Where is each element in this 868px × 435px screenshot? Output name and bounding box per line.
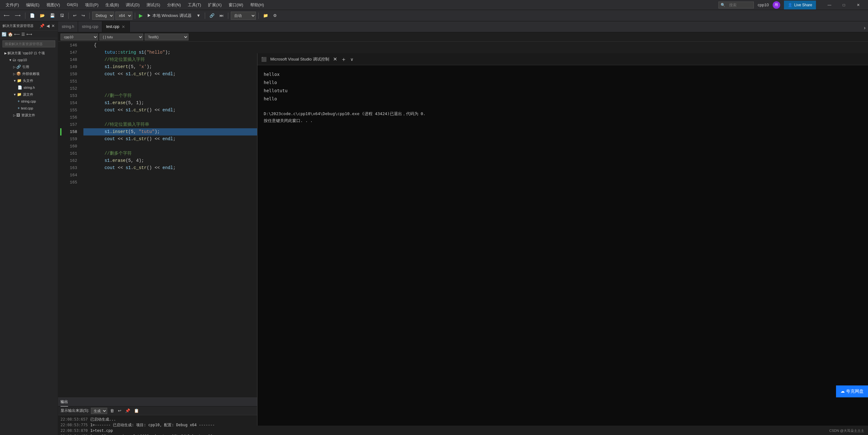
code-text: () << (147, 135, 162, 143)
menu-debug[interactable]: 调试(D) (123, 2, 143, 8)
sidebar-close-btn[interactable]: ✕ (51, 23, 55, 29)
tab-scroll-right[interactable]: › (861, 24, 868, 32)
menu-extensions[interactable]: 扩展(X) (205, 2, 224, 8)
tab-string-h[interactable]: string.h (58, 21, 78, 32)
line-num-146: 146 (64, 42, 77, 49)
run-button[interactable]: ▶ (138, 12, 144, 19)
tree-item-resources[interactable]: ▷ 🖼 资源文件 (0, 112, 58, 119)
menu-project[interactable]: 项目(P) (82, 2, 102, 8)
sidebar-sync-btn[interactable]: ⟷ (26, 32, 33, 37)
tree-item-sources[interactable]: ▼ 📁 源文件 (0, 91, 58, 98)
debug-chevron-button[interactable]: ∨ (350, 57, 353, 62)
symbol-select[interactable]: { } tutu (99, 34, 143, 40)
tab-test-cpp[interactable]: test.cpp ✕ (102, 21, 130, 32)
run-arrow[interactable]: ▼ (195, 11, 203, 20)
output-source-select[interactable]: 生成 (91, 408, 107, 414)
menu-view[interactable]: 视图(V) (43, 2, 63, 8)
menu-build[interactable]: 生成(B) (102, 2, 122, 8)
output-copy-btn[interactable]: 📋 (133, 408, 140, 413)
debug-add-button[interactable]: ＋ (341, 56, 346, 63)
output-clear-btn[interactable]: 🗑 (109, 408, 115, 413)
line-num-165: 165 (64, 179, 77, 186)
tree-item-references[interactable]: ▷ 🔗 引用 (0, 63, 58, 70)
chevron-icon: ▷ (13, 114, 16, 117)
menu-tools[interactable]: 工具(T) (185, 2, 205, 8)
toolbar-forward[interactable]: ⟶ (13, 11, 23, 20)
title-bar: 文件(F) 编辑(E) 视图(V) Git(G) 项目(P) 生成(B) 调试(… (0, 0, 868, 10)
menu-test[interactable]: 测试(S) (143, 2, 163, 8)
sidebar-search-input[interactable] (2, 40, 55, 48)
toolbar-sep-1 (25, 12, 25, 19)
toolbar-new[interactable]: 📄 (28, 11, 37, 20)
search-icon: 🔍 (721, 3, 725, 7)
auto-select[interactable]: 自动 (231, 11, 256, 20)
folder-icon: 📁 (17, 79, 22, 83)
code-text: . (131, 164, 133, 172)
toolbar-save-all[interactable]: 🖫 (58, 11, 66, 20)
tree-item-test-cpp[interactable]: + test.cpp (0, 105, 58, 112)
menu-file[interactable]: 文件(F) (2, 2, 22, 8)
sidebar-refresh-btn[interactable]: 🔄 (1, 32, 7, 37)
tree-item-string-h[interactable]: 📄 string.h (0, 84, 58, 91)
toolbar-open[interactable]: 📂 (38, 11, 47, 20)
toolbar-step-over[interactable]: ⏭ (218, 11, 225, 20)
function-select[interactable]: Test8() (145, 34, 188, 40)
menu-analyze[interactable]: 分析(N) (164, 2, 184, 8)
toolbar-gear[interactable]: ⚙ (271, 11, 279, 20)
line-num-151: 151 (64, 78, 77, 85)
sidebar-arrow-btn[interactable]: ◀ (46, 23, 50, 29)
tree-item-cpp10[interactable]: ▼ 🗂 cpp10 (0, 57, 58, 63)
toolbar: ⟵ ⟶ 📄 📂 💾 🖫 ↩ ↪ Debug x64 ▶ ▶ 本地 Windows… (0, 10, 868, 21)
toolbar-save[interactable]: 💾 (48, 11, 57, 20)
avatar[interactable]: 用 (773, 1, 780, 9)
line-num-163: 163 (64, 164, 77, 172)
toolbar-redo[interactable]: ↪ (80, 11, 87, 20)
menu-git[interactable]: Git(G) (64, 2, 81, 8)
tree-item-string-cpp[interactable]: + string.cpp (0, 98, 58, 105)
sidebar-list-btn[interactable]: ☰ (21, 32, 25, 37)
tree-item-label: string.h (24, 86, 35, 89)
output-pin-btn[interactable]: 📌 (124, 408, 131, 413)
gutter-line-154 (58, 99, 64, 106)
output-wrap-btn[interactable]: ↩ (117, 408, 122, 413)
menu-edit[interactable]: 编辑(E) (23, 2, 43, 8)
code-var: endl (162, 164, 173, 172)
run-label-btn[interactable]: ▶ 本地 Windows 调试器 (145, 11, 193, 20)
close-button[interactable]: ✕ (851, 0, 866, 10)
maximize-button[interactable]: □ (837, 0, 851, 10)
code-text (84, 157, 104, 164)
code-text (84, 135, 104, 143)
window-controls: — □ ✕ (822, 0, 866, 10)
output-log-2: 22:08:53:870 1>test.cpp (61, 428, 866, 433)
csdn-watermark: CSDN @大耳朵土土土 (830, 428, 864, 433)
code-text: . (131, 106, 133, 114)
tree-item-headers[interactable]: ▼ 📁 头文件 (0, 77, 58, 84)
debug-output-hello1: hello (264, 79, 862, 87)
live-share-button[interactable]: 👤 Live Share (784, 1, 816, 9)
tree-item-solution[interactable]: ▶ 解决方案 'cpp10' (1 个项 (0, 50, 58, 57)
tab-string-cpp[interactable]: string.cpp (78, 21, 102, 32)
line-num-155: 155 (64, 106, 77, 114)
platform-select[interactable]: x64 (115, 11, 132, 20)
sidebar-arrow2-btn[interactable]: ⟵ (14, 32, 20, 37)
breadcrumb-select[interactable]: cpp10 (61, 34, 98, 40)
debug-close-button[interactable]: ✕ (333, 56, 337, 62)
line-num-156: 156 (64, 114, 77, 121)
toolbar-attach-debug[interactable]: 🔗 (208, 11, 216, 20)
minimize-button[interactable]: — (822, 0, 837, 10)
toolbar-back[interactable]: ⟵ (2, 11, 11, 20)
tab-close-icon[interactable]: ✕ (121, 24, 126, 29)
tree-item-external[interactable]: ▷ 📦 外部依赖项 (0, 70, 58, 77)
debug-output-hellotutu: hellotutu (264, 87, 862, 95)
debug-config-select[interactable]: Debug (92, 11, 114, 20)
sidebar-home-btn[interactable]: 🏠 (7, 32, 13, 37)
menu-help[interactable]: 帮助(H) (247, 2, 267, 8)
search-input[interactable] (726, 2, 752, 8)
toolbar-undo[interactable]: ↩ (71, 11, 79, 20)
quark-button[interactable]: ☁ 夸克网盘 (836, 385, 868, 397)
output-tab-output[interactable]: 输出 (61, 398, 68, 406)
code-fn: c_str (133, 70, 147, 78)
menu-window[interactable]: 窗口(W) (225, 2, 246, 8)
toolbar-folder[interactable]: 📁 (261, 11, 270, 20)
sidebar-pin-btn[interactable]: 📌 (39, 23, 45, 29)
